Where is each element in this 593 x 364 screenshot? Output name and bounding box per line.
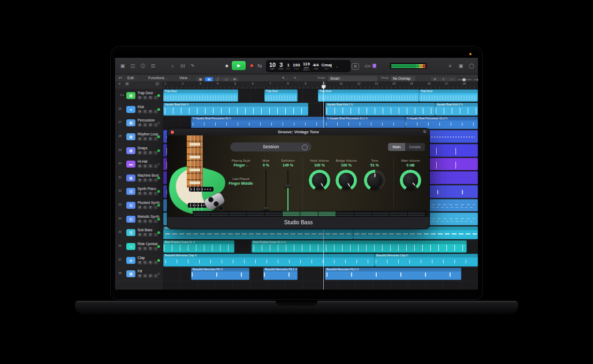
mute-button[interactable]: M	[138, 137, 142, 141]
lcd-div[interactable]: 1DIV	[286, 62, 290, 71]
header-panel-icon[interactable]: ⊡	[155, 81, 159, 86]
mute-button[interactable]: M	[138, 192, 142, 195]
link-window-icon[interactable]: ⧉	[423, 130, 426, 134]
neck-volume-knob[interactable]	[311, 172, 328, 189]
smart-controls-icon[interactable]: ☼	[168, 62, 177, 70]
mute-button[interactable]: M	[138, 123, 142, 127]
solo-button[interactable]: S	[143, 247, 147, 251]
library-icon[interactable]: ▣	[118, 62, 127, 70]
solo-button[interactable]: S	[143, 233, 147, 237]
region-beautiful-memories-fill-[interactable]: Beautiful Memories Fill ↺	[191, 268, 249, 280]
solo-button[interactable]: S	[143, 110, 147, 113]
record-enable-button[interactable]: R	[148, 178, 153, 182]
region--aquatic-beat-percussion-01.2-[interactable]: ↻ Aquatic Beat Percussion 01.2 ↻	[405, 117, 478, 130]
record-enable-button[interactable]: R	[148, 192, 153, 195]
mute-button[interactable]: M	[138, 164, 142, 168]
record-enable-button[interactable]: R	[148, 274, 153, 278]
track-header-melodic-synth[interactable]: 34▥Melodic SynthMSRI	[115, 213, 162, 227]
preset-menu-icon[interactable]: ◦	[302, 145, 308, 150]
pointer-tool-menu[interactable]: ↖⌄	[282, 74, 288, 82]
alert-icon[interactable]	[372, 64, 376, 68]
track-header-ride-cymbal[interactable]: 36◗Ride CymbalMSRI	[115, 240, 162, 254]
track-header-plucked-synth[interactable]: 33▥Plucked SynthMSRI	[115, 199, 162, 213]
mute-button[interactable]: M	[138, 110, 142, 113]
close-icon[interactable]	[171, 131, 174, 134]
track-header-clap[interactable]: 37◍ClapMSRI	[115, 254, 162, 268]
command-tool-menu[interactable]: +⌄	[294, 74, 299, 82]
region-beautiful-memories-fill.2-[interactable]: Beautiful Memories Fill.2 ↺	[325, 268, 461, 280]
record-enable-button[interactable]: R	[148, 261, 153, 264]
solo-button[interactable]: S	[143, 151, 147, 155]
toolbar-icon[interactable]: ⊡	[149, 62, 157, 70]
track-header-kick[interactable]: 26●KickMSRI	[115, 103, 162, 117]
solo-button[interactable]: S	[143, 123, 147, 127]
track-header-machine-beat[interactable]: 31▦Machine BeatMSRI	[115, 171, 162, 186]
bridge-volume-knob[interactable]	[338, 172, 355, 189]
mute-button[interactable]: M	[138, 206, 142, 209]
track-header-percussion[interactable]: 27▦PercussionMSRI	[115, 116, 162, 131]
solo-button[interactable]: S	[143, 219, 147, 223]
solo-button[interactable]: S	[143, 192, 147, 195]
slider-thumb[interactable]	[263, 207, 269, 210]
mute-button[interactable]: M	[138, 178, 142, 182]
mixer-icon[interactable]: ☰	[178, 62, 187, 70]
region-beat-prophet-snare-01-[interactable]: Beat Prophet Snare 01 ↺	[163, 240, 234, 253]
record-enable-button[interactable]: R	[148, 219, 153, 223]
main-volume-knob[interactable]	[402, 172, 419, 189]
mute-button[interactable]: M	[138, 96, 142, 100]
mute-button[interactable]: M	[138, 274, 142, 278]
definition-slider[interactable]	[287, 170, 288, 213]
lcd-key[interactable]: CmajKEY	[322, 62, 332, 71]
lcd-bar[interactable]: 10BAR	[269, 62, 276, 71]
input-monitor-button[interactable]: I	[154, 192, 158, 195]
edit-menu[interactable]: Edit⌄	[127, 74, 137, 82]
track-header-trap-door[interactable]: 1▸▦Trap DoorMSRI	[115, 89, 162, 103]
region--aquatic-beat-percussion-01.1-[interactable]: ↻ Aquatic Beat Percussion 01.1 ↻	[325, 117, 405, 130]
preset-selector[interactable]: Session ◦	[230, 142, 311, 151]
solo-button[interactable]: S	[143, 164, 147, 168]
add-track-button[interactable]: +	[118, 81, 121, 86]
record-enable-button[interactable]: R	[148, 96, 153, 100]
track-header-sub-bass[interactable]: 35▥Sub BassMSRI	[115, 226, 162, 240]
region-trap-door[interactable]: Trap Door	[318, 89, 419, 102]
lcd-time-signature[interactable]: 4/4TIME	[313, 62, 318, 71]
input-monitor-button[interactable]: I	[154, 274, 158, 278]
region-trap-door[interactable]: Trap Door	[264, 89, 298, 102]
region-aquatic-beat-kick.2-[interactable]: Aquatic Beat Kick.2 ↻	[435, 103, 478, 116]
lcd-display[interactable]: 10BAR 3BEAT 1DIV 193TICK 119KEEPTEMPO 4/…	[266, 60, 351, 72]
region-beautiful-memories-fill.1-[interactable]: Beautiful Memories Fill.1 ↺	[263, 268, 298, 280]
record-button[interactable]: ●	[249, 61, 253, 70]
record-enable-button[interactable]: R	[148, 151, 153, 155]
loop-browser-icon[interactable]: ◯	[467, 62, 476, 70]
inspector-icon[interactable]: ◫	[128, 62, 137, 70]
solo-button[interactable]: S	[143, 178, 147, 182]
mute-button[interactable]: M	[138, 219, 142, 223]
note-pad-icon[interactable]: ▣	[457, 62, 465, 70]
functions-menu[interactable]: Functions⌄	[148, 74, 168, 82]
region-beat-prophet-snare-01.4-[interactable]: Beat Prophet Snare 01.4 ↺	[252, 240, 467, 253]
region-beautiful-memories-clap-[interactable]: Beautiful Memories Clap ↻	[375, 254, 478, 267]
lcd-chevron-icon[interactable]: ⌄	[336, 64, 338, 68]
solo-button[interactable]: S	[143, 261, 147, 264]
mute-button[interactable]: M	[138, 247, 142, 251]
lcd-tick[interactable]: 193TICK	[293, 62, 300, 71]
cycle-button[interactable]: ⇆	[257, 63, 262, 69]
editors-icon[interactable]: ✎	[188, 62, 197, 70]
track-header-hi-hat[interactable]: 30▬Hi-HatMSRI	[115, 157, 162, 172]
play-button[interactable]: ▶	[232, 61, 246, 70]
record-enable-button[interactable]: R	[148, 247, 153, 251]
region-trap-door[interactable]: Trap Door	[163, 89, 238, 102]
record-enable-button[interactable]: R	[148, 206, 153, 209]
record-enable-button[interactable]: R	[148, 137, 153, 141]
solo-button[interactable]: S	[143, 137, 147, 141]
mute-button[interactable]: M	[138, 261, 142, 264]
plugin-window[interactable]: Groove: Vintage Tone ⧉	[168, 128, 429, 229]
record-enable-button[interactable]: R	[148, 233, 153, 237]
solo-button[interactable]: S	[143, 274, 147, 278]
lcd-tempo[interactable]: 119KEEPTEMPO	[302, 61, 310, 72]
lcd-beat[interactable]: 3BEAT	[278, 62, 284, 71]
track-header-snaps[interactable]: 29▦SnapsMSRI	[115, 144, 162, 158]
tone-knob[interactable]	[366, 172, 383, 189]
solo-button[interactable]: S	[143, 96, 147, 100]
input-monitor-button[interactable]: I	[154, 233, 158, 237]
